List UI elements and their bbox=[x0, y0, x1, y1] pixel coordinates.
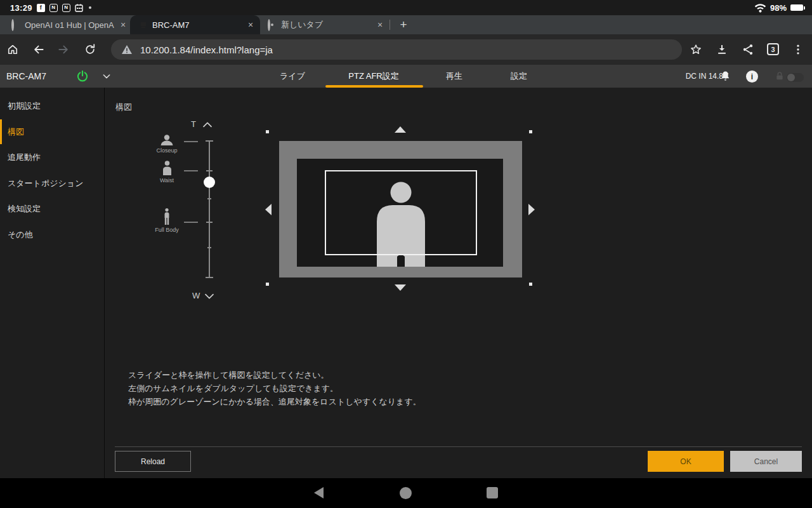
pan-up-arrow-button[interactable] bbox=[395, 126, 406, 133]
pan-left-arrow-button[interactable] bbox=[265, 204, 272, 215]
frame-corner-handle-bottom-left[interactable] bbox=[266, 283, 269, 286]
tab-switcher-button[interactable]: 3 bbox=[767, 43, 779, 55]
composition-panel: 構図 T Closeup Waist bbox=[105, 88, 812, 478]
android-home-button[interactable] bbox=[400, 487, 412, 499]
tab-title: OpenAI o1 Hub | OpenA bbox=[25, 20, 117, 30]
battery-percent: 98% bbox=[770, 3, 787, 13]
more-notifications-dot-icon bbox=[89, 6, 91, 9]
track-tick-minor bbox=[207, 198, 211, 199]
android-status-bar: 13:29 f N N 98% bbox=[0, 0, 812, 15]
frame-corner-handle-top-right[interactable] bbox=[529, 130, 532, 133]
notion-notification-icon: N bbox=[62, 4, 70, 12]
tab-live[interactable]: ライブ bbox=[280, 65, 305, 88]
browser-menu-button[interactable] bbox=[790, 42, 806, 57]
security-warning-icon bbox=[121, 44, 133, 55]
track-bottom-cap bbox=[206, 277, 213, 278]
instruction-line: 枠が周囲のグレーゾーンにかかる場合、追尾対象をロストしやすくなります。 bbox=[128, 395, 421, 408]
preset-waist-thumbnail[interactable]: Waist bbox=[144, 161, 190, 184]
pan-down-arrow-button[interactable] bbox=[395, 284, 406, 291]
notification-bell-icon[interactable] bbox=[719, 70, 731, 83]
wifi-icon bbox=[754, 3, 766, 13]
ok-button[interactable]: OK bbox=[648, 451, 724, 472]
facebook-notification-icon: f bbox=[37, 4, 45, 12]
download-button[interactable] bbox=[714, 42, 730, 57]
forward-button[interactable] bbox=[56, 42, 71, 57]
browser-tab-new-tab[interactable]: 新しいタブ × bbox=[261, 15, 387, 34]
device-name: BRC-AM7 bbox=[6, 65, 46, 88]
toggle-knob bbox=[787, 74, 795, 81]
tab-ptz-afr-settings[interactable]: PTZ AFR設定 bbox=[348, 65, 398, 88]
browser-toolbar: 10.200.1.84/index.html?lang=ja 3 bbox=[0, 34, 812, 65]
tab-separator bbox=[390, 20, 390, 30]
active-item-indicator bbox=[0, 119, 2, 144]
zoom-wide-chevron-down-button[interactable] bbox=[203, 291, 216, 302]
back-button[interactable] bbox=[31, 42, 46, 57]
cancel-button[interactable]: Cancel bbox=[730, 451, 802, 472]
sidebar-item-initial-settings[interactable]: 初期設定 bbox=[0, 98, 105, 114]
home-button[interactable] bbox=[5, 42, 20, 57]
calendar-notification-icon bbox=[75, 4, 83, 12]
power-chevron-down-icon[interactable] bbox=[100, 70, 113, 83]
reload-settings-button[interactable]: Reload bbox=[115, 451, 191, 472]
tab-close-icon[interactable]: × bbox=[245, 20, 256, 30]
lock-toggle[interactable] bbox=[787, 73, 804, 82]
closeup-person-icon bbox=[160, 135, 174, 145]
preset-fullbody-thumbnail[interactable]: Full Body bbox=[144, 208, 190, 233]
new-tab-button[interactable]: + bbox=[395, 15, 412, 34]
zoom-slider-thumb[interactable] bbox=[204, 177, 215, 188]
tab-close-icon[interactable]: × bbox=[374, 20, 386, 30]
tab-title: 新しいタブ bbox=[281, 19, 374, 30]
tab-settings[interactable]: 設定 bbox=[511, 65, 527, 88]
browser-tab-brc-am7[interactable]: BRC-AM7 × bbox=[130, 15, 260, 34]
composition-frame[interactable] bbox=[325, 170, 477, 255]
tab-playback[interactable]: 再生 bbox=[446, 65, 462, 88]
instructions: スライダーと枠を操作して構図を設定してください。 左側のサムネイルをダブルタップ… bbox=[128, 368, 421, 408]
openai-favicon-icon bbox=[11, 20, 20, 29]
track-top-cap bbox=[206, 140, 213, 142]
preset-closeup-thumbnail[interactable]: Closeup bbox=[144, 135, 190, 154]
url-bar[interactable]: 10.200.1.84/index.html?lang=ja bbox=[111, 39, 682, 60]
browser-tab-openai[interactable]: OpenAI o1 Hub | OpenA × bbox=[5, 15, 130, 34]
sidebar-item-tracking-operation[interactable]: 追尾動作 bbox=[0, 149, 105, 166]
fullbody-person-icon bbox=[164, 208, 170, 225]
android-recents-button[interactable] bbox=[487, 487, 498, 498]
instruction-line: 左側のサムネイルをダブルタップしても設定できます。 bbox=[128, 382, 421, 395]
screen: 13:29 f N N 98% OpenAI o1 Hub | OpenA × … bbox=[0, 0, 812, 508]
zoom-tele-chevron-up-button[interactable] bbox=[201, 119, 214, 130]
info-button[interactable]: i bbox=[746, 70, 758, 83]
preset-label: Full Body bbox=[155, 227, 179, 233]
sidebar-item-composition[interactable]: 構図 bbox=[0, 124, 105, 140]
frame-corner-handle-bottom-right[interactable] bbox=[529, 283, 532, 286]
waist-person-icon bbox=[162, 161, 173, 175]
zoom-slider-track[interactable] bbox=[209, 141, 210, 277]
sidebar-item-start-position[interactable]: スタートポジション bbox=[0, 175, 105, 192]
browser-tab-strip: OpenAI o1 Hub | OpenA × BRC-AM7 × 新しいタブ … bbox=[0, 15, 812, 34]
brc-am7-favicon-icon bbox=[139, 20, 148, 29]
track-tick-waist bbox=[206, 170, 213, 171]
bookmark-star-button[interactable] bbox=[688, 42, 704, 57]
pan-right-arrow-button[interactable] bbox=[528, 204, 535, 215]
android-nav-bar bbox=[0, 478, 812, 508]
android-back-button[interactable] bbox=[314, 487, 324, 498]
app-header: BRC-AM7 ライブ PTZ AFR設定 再生 設定 DC IN 14.8V … bbox=[0, 65, 812, 88]
preset-label: Closeup bbox=[156, 147, 177, 154]
instruction-line: スライダーと枠を操作して構図を設定してください。 bbox=[128, 368, 421, 382]
url-text: 10.200.1.84/index.html?lang=ja bbox=[140, 44, 273, 55]
preset-label: Waist bbox=[160, 177, 174, 184]
tab-close-icon[interactable]: × bbox=[117, 20, 129, 30]
wide-label: W bbox=[192, 291, 200, 300]
lock-icon[interactable] bbox=[773, 70, 786, 83]
track-tick-fullbody bbox=[206, 222, 213, 223]
tele-label: T bbox=[191, 119, 196, 129]
sidebar-item-others[interactable]: その他 bbox=[0, 227, 105, 243]
clock: 13:29 bbox=[10, 3, 32, 13]
settings-sidebar: 初期設定 構図 追尾動作 スタートポジション 検知設定 その他 bbox=[0, 88, 105, 478]
sidebar-item-detection-settings[interactable]: 検知設定 bbox=[0, 201, 105, 217]
reload-button[interactable] bbox=[82, 42, 98, 57]
power-button[interactable] bbox=[76, 70, 89, 83]
share-button[interactable] bbox=[740, 42, 756, 57]
frame-corner-handle-top-left[interactable] bbox=[266, 130, 269, 133]
footer-divider bbox=[115, 446, 802, 447]
battery-icon bbox=[790, 4, 803, 11]
track-tick-minor bbox=[207, 247, 211, 248]
